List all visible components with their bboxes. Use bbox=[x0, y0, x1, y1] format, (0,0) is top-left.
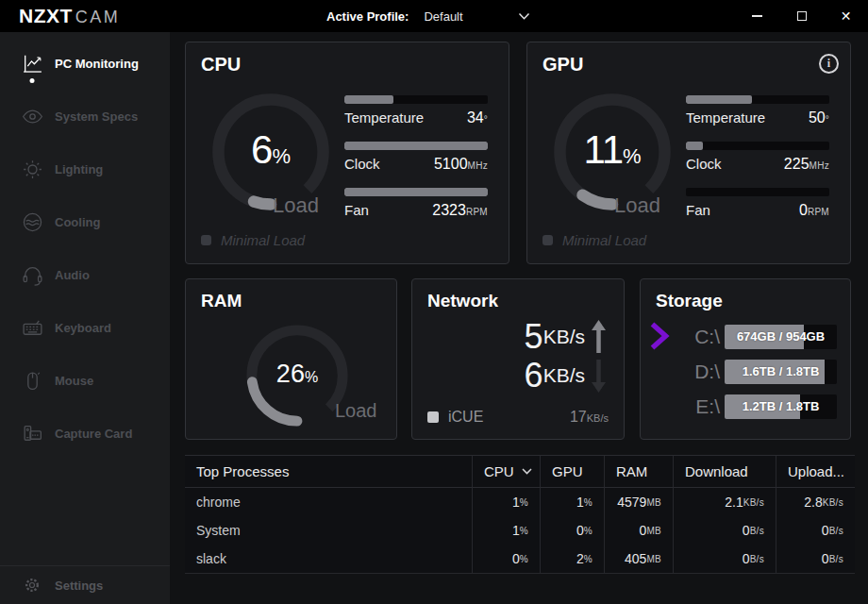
sidebar-item-audio[interactable]: Audio bbox=[0, 248, 170, 301]
process-cell: 1% bbox=[472, 488, 540, 516]
cpu-minimal-load-legend: Minimal Load bbox=[201, 232, 305, 248]
sidebar-item-system-specs[interactable]: System Specs bbox=[0, 90, 170, 143]
active-profile-value[interactable]: Default bbox=[424, 9, 462, 24]
gpu-gauge-load-label: Load bbox=[614, 193, 660, 218]
sort-chevron-down-icon bbox=[522, 468, 532, 475]
drive-usage-bar: 674GB / 954GB bbox=[725, 325, 837, 349]
stat-label: Fan bbox=[686, 202, 710, 218]
cpu-temperature-bar bbox=[344, 95, 488, 104]
stat-label: Clock bbox=[344, 156, 380, 172]
process-cell: 0B/s bbox=[776, 516, 855, 545]
process-cell: 4579MB bbox=[604, 488, 673, 516]
sidebar-nav: PC MonitoringSystem SpecsLightingCooling… bbox=[0, 32, 170, 460]
icue-label: iCUE bbox=[448, 409, 483, 426]
stat-value: 2323RPM bbox=[432, 202, 488, 219]
close-icon: ✕ bbox=[841, 9, 852, 23]
settings-label: Settings bbox=[55, 579, 103, 593]
cpu-load-value: 6% bbox=[207, 127, 335, 173]
ram-card-title: RAM bbox=[201, 291, 242, 311]
process-cell: 0B/s bbox=[673, 545, 776, 573]
drive-usage-bar: 1.6TB / 1.8TB bbox=[725, 360, 837, 384]
column-header-gpu[interactable]: GPU bbox=[540, 456, 604, 488]
process-name: chrome bbox=[185, 488, 472, 516]
info-icon[interactable]: i bbox=[819, 54, 839, 74]
stat-value: 34° bbox=[467, 109, 488, 126]
column-header-download[interactable]: Download bbox=[673, 456, 776, 488]
ram-load-value: 26% bbox=[242, 360, 353, 389]
drive-name: D:\ bbox=[694, 361, 720, 383]
process-cell: 1% bbox=[540, 488, 604, 516]
network-speeds: 5 KB/s 6 KB/s bbox=[525, 317, 607, 394]
sidebar-item-label: Capture Card bbox=[55, 427, 132, 441]
column-header-ram[interactable]: RAM bbox=[604, 456, 673, 488]
gpu-minimal-load-legend: Minimal Load bbox=[542, 232, 646, 248]
cpu-minimal-load-label: Minimal Load bbox=[221, 232, 305, 248]
stat-label: Temperature bbox=[686, 109, 765, 126]
stat-value: 50° bbox=[809, 109, 829, 126]
gpu-load-value: 11% bbox=[548, 127, 676, 173]
cpu-clock-bar bbox=[344, 142, 488, 150]
active-profile-dropdown[interactable]: Active Profile: Default bbox=[326, 0, 530, 32]
stat-value: 5100MHz bbox=[434, 156, 488, 173]
column-header-cpu[interactable]: CPU bbox=[472, 456, 540, 488]
sidebar-item-label: System Specs bbox=[55, 109, 138, 124]
drive-row-e: E:\1.2TB / 1.8TB bbox=[641, 389, 850, 424]
headset-icon bbox=[20, 262, 44, 287]
gpu-card: GPU i 11% Load Temperature50°Clock225MHz… bbox=[526, 42, 851, 264]
top-processes-header: Top Processes bbox=[185, 456, 472, 488]
gpu-stats: Temperature50°Clock225MHzFan0RPM bbox=[686, 95, 829, 234]
gpu-card-title: GPU bbox=[542, 54, 583, 76]
sidebar-item-keyboard[interactable]: Keyboard bbox=[0, 301, 170, 354]
sidebar-item-label: Mouse bbox=[55, 374, 93, 388]
process-name: System bbox=[185, 516, 472, 545]
maximize-button[interactable] bbox=[779, 0, 824, 32]
network-upload-row: 5 KB/s bbox=[525, 317, 607, 356]
pc-monitoring-page: CPU 6% Load Temperature34°Clock5100MHzFa… bbox=[170, 32, 868, 604]
chevron-down-icon[interactable] bbox=[518, 12, 530, 21]
process-name: slack bbox=[185, 545, 472, 573]
minimize-icon bbox=[752, 15, 762, 17]
titlebar: NZXT CAM Active Profile: Default ✕ bbox=[0, 0, 868, 32]
icue-swatch-icon bbox=[427, 411, 439, 423]
network-download-row: 6 KB/s bbox=[525, 356, 607, 394]
process-cell: 2% bbox=[540, 545, 604, 573]
sun-icon bbox=[20, 157, 44, 181]
cpu-card: CPU 6% Load Temperature34°Clock5100MHzFa… bbox=[185, 42, 509, 264]
stat-label: Clock bbox=[686, 156, 722, 172]
sidebar-item-label: Keyboard bbox=[55, 321, 111, 335]
gpu-fan-bar bbox=[686, 188, 829, 196]
network-footer: iCUE 17KB/s bbox=[427, 409, 609, 426]
stat-label: Temperature bbox=[344, 109, 424, 126]
gpu-stat-fan: Fan0RPM bbox=[686, 188, 829, 221]
cpu-stat-fan: Fan2323RPM bbox=[344, 188, 488, 221]
drive-selected-chevron-icon[interactable] bbox=[648, 321, 670, 351]
column-header-upload[interactable]: Upload... bbox=[776, 456, 855, 488]
gpu-stat-temperature: Temperature50° bbox=[686, 95, 829, 128]
gpu-minimal-load-label: Minimal Load bbox=[562, 232, 646, 248]
sidebar-item-capture-card[interactable]: Capture Card bbox=[0, 407, 170, 460]
close-button[interactable]: ✕ bbox=[824, 0, 868, 32]
minimize-button[interactable] bbox=[735, 0, 779, 32]
sidebar-item-lighting[interactable]: Lighting bbox=[0, 143, 170, 195]
sidebar-item-cooling[interactable]: Cooling bbox=[0, 195, 170, 248]
nzxt-cam-window: NZXT CAM Active Profile: Default ✕ PC Mo… bbox=[0, 0, 868, 604]
cpu-gauge-load-label: Load bbox=[273, 193, 319, 218]
nzxt-cam-logo: NZXT CAM bbox=[19, 5, 120, 27]
process-cell: 1% bbox=[472, 516, 540, 545]
drive-name: C:\ bbox=[694, 326, 720, 348]
sidebar-item-mouse[interactable]: Mouse bbox=[0, 354, 170, 407]
process-cell: 405MB bbox=[604, 545, 673, 573]
network-total: 17KB/s bbox=[570, 409, 609, 426]
up-arrow-icon bbox=[591, 319, 607, 355]
process-cell: 0% bbox=[540, 516, 604, 545]
sidebar-item-pc-monitoring[interactable]: PC Monitoring bbox=[0, 37, 170, 90]
drive-name: E:\ bbox=[695, 395, 720, 418]
sidebar: PC MonitoringSystem SpecsLightingCooling… bbox=[0, 32, 170, 604]
download-speed-unit: KB/s bbox=[543, 364, 585, 387]
storage-card-title: Storage bbox=[656, 291, 723, 311]
cpu-fan-bar bbox=[344, 188, 488, 196]
sidebar-item-label: Audio bbox=[55, 268, 90, 282]
ram-card: RAM 26% Load bbox=[185, 278, 397, 440]
sidebar-item-settings[interactable]: Settings bbox=[0, 565, 170, 604]
stat-label: Fan bbox=[344, 202, 369, 218]
